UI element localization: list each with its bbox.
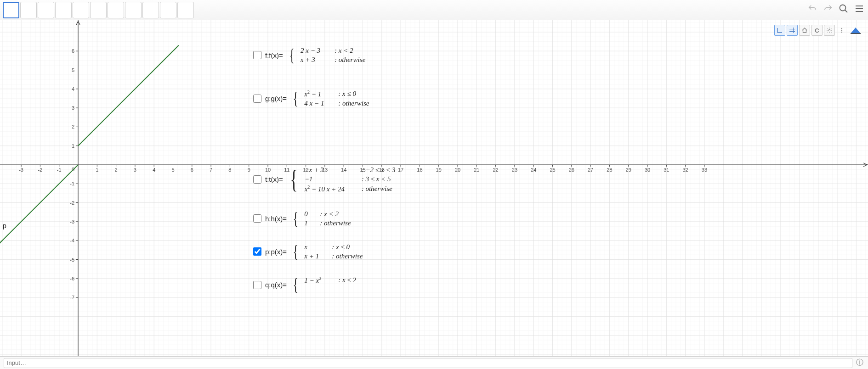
function-g: g:g(x)= { x2 − 1: x ≤ 0 4 x − 1: otherwi… [253, 89, 369, 108]
checkbox-h[interactable] [253, 214, 261, 223]
function-f: f:f(x)= { 2 x − 3: x < 2 x + 3: otherwis… [253, 46, 365, 65]
tool-move[interactable] [3, 2, 19, 18]
brace-icon: { [290, 173, 297, 186]
checkbox-q[interactable] [253, 281, 261, 289]
command-input[interactable] [4, 358, 852, 368]
svg-text:-2: -2 [38, 167, 43, 173]
main-toolbar [0, 0, 868, 20]
tool-circle[interactable] [90, 2, 107, 18]
svg-text:28: 28 [607, 167, 612, 173]
checkbox-t[interactable] [253, 175, 261, 184]
svg-text:31: 31 [664, 167, 669, 173]
tool-transform[interactable] [142, 2, 159, 18]
tool-polygon[interactable] [73, 2, 89, 18]
tool-movegraphics[interactable] [177, 2, 194, 18]
label-g: g:g(x)= [265, 95, 287, 102]
menu-icon[interactable] [853, 3, 865, 15]
svg-text:-3: -3 [19, 167, 23, 173]
svg-point-51 [828, 29, 830, 31]
svg-point-54 [841, 32, 842, 33]
label-h: h:h(x)= [265, 215, 287, 223]
svg-text:4: 4 [153, 167, 155, 173]
checkbox-p[interactable] [253, 247, 261, 256]
svg-text:22: 22 [493, 167, 498, 173]
undo-icon[interactable] [806, 3, 818, 15]
svg-text:-3: -3 [70, 219, 74, 224]
label-t: t:t(x)= [265, 175, 283, 183]
svg-text:7: 7 [210, 167, 212, 173]
label-f: f:f(x)= [265, 51, 283, 59]
svg-text:-6: -6 [70, 276, 74, 281]
svg-text:3: 3 [72, 105, 74, 111]
label-p: p:p(x)= [265, 248, 287, 256]
svg-text:-1: -1 [70, 181, 74, 186]
help-icon[interactable]: ⓘ [855, 358, 864, 368]
home-view-button[interactable] [799, 25, 810, 36]
toggle-axes-button[interactable] [774, 25, 785, 36]
svg-point-52 [841, 28, 842, 29]
svg-text:24: 24 [531, 167, 536, 173]
svg-text:23: 23 [512, 167, 517, 173]
tool-perp[interactable] [55, 2, 72, 18]
svg-text:33: 33 [702, 167, 707, 173]
tool-slider[interactable] [160, 2, 176, 18]
svg-text:3: 3 [134, 167, 136, 173]
brace-icon: { [289, 51, 294, 60]
tool-ellipse[interactable] [108, 2, 124, 18]
svg-text:2: 2 [115, 167, 118, 173]
svg-text:8: 8 [228, 167, 231, 173]
brace-icon: { [293, 94, 298, 103]
graphics-view[interactable]: -3-2-11234567891011121314151617181920212… [0, 20, 868, 356]
brace-icon: { [293, 214, 298, 223]
svg-text:1: 1 [72, 143, 74, 149]
tool-point[interactable] [20, 2, 37, 18]
svg-text:17: 17 [398, 167, 403, 173]
label-q: q:q(x)= [265, 281, 287, 289]
svg-point-53 [841, 30, 842, 31]
graphics-view-toolbar: C [774, 25, 862, 36]
svg-text:26: 26 [569, 167, 574, 173]
settings-button[interactable] [824, 25, 835, 36]
snap-button[interactable]: C [811, 25, 823, 36]
redo-icon[interactable] [822, 3, 834, 15]
tool-angle[interactable] [125, 2, 142, 18]
svg-text:-2: -2 [70, 200, 74, 206]
svg-text:21: 21 [474, 167, 479, 173]
svg-text:27: 27 [588, 167, 593, 173]
brace-icon: { [293, 280, 298, 289]
svg-text:9: 9 [248, 167, 250, 173]
svg-text:-5: -5 [70, 257, 74, 263]
graph-canvas[interactable]: -3-2-11234567891011121314151617181920212… [0, 20, 868, 356]
svg-text:-1: -1 [57, 167, 62, 173]
svg-text:6: 6 [191, 167, 193, 173]
svg-text:2: 2 [72, 124, 74, 129]
svg-text:29: 29 [626, 167, 631, 173]
svg-text:5: 5 [171, 167, 174, 173]
toggle-grid-button[interactable] [787, 25, 798, 36]
svg-text:-4: -4 [70, 238, 74, 243]
function-p: p:p(x)= { x: x ≤ 0 x + 1: otherwise [253, 242, 363, 261]
search-icon[interactable] [838, 3, 850, 15]
input-bar: ⓘ [0, 356, 868, 369]
tool-line[interactable] [38, 2, 54, 18]
svg-text:25: 25 [550, 167, 555, 173]
function-t: t:t(x)= { −x + 2: −2 ≤ x < 3 −1: 3 ≤ x <… [253, 165, 396, 194]
checkbox-g[interactable] [253, 95, 261, 103]
more-button[interactable] [836, 25, 847, 36]
svg-text:32: 32 [682, 167, 688, 173]
svg-text:5: 5 [72, 67, 74, 73]
svg-text:18: 18 [417, 167, 422, 173]
svg-text:1: 1 [96, 167, 98, 173]
svg-point-0 [840, 5, 846, 11]
checkbox-f[interactable] [253, 51, 261, 59]
svg-text:-7: -7 [70, 295, 74, 300]
style-bar-button[interactable] [849, 25, 862, 36]
function-q: q:q(x)= { 1 − x2: x ≤ 2 [253, 275, 356, 295]
svg-text:20: 20 [455, 167, 460, 173]
svg-text:4: 4 [72, 86, 74, 92]
line-label-p: p [3, 222, 6, 229]
svg-text:30: 30 [645, 167, 650, 173]
brace-icon: { [293, 247, 298, 256]
function-h: h:h(x)= { 0: x < 2 1: otherwise [253, 209, 351, 228]
svg-text:19: 19 [436, 167, 442, 173]
